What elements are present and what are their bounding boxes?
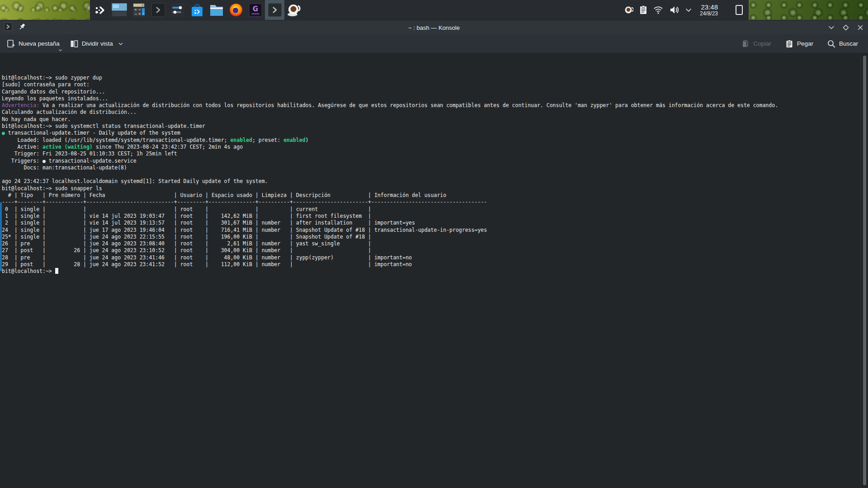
konsole-active-icon <box>268 3 282 17</box>
firefox-icon <box>229 3 243 17</box>
discover-task[interactable] <box>187 0 207 20</box>
new-tab-menu-arrow-icon <box>58 49 62 52</box>
konsole-task[interactable] <box>148 0 168 20</box>
svg-text:−: − <box>138 8 141 12</box>
terminal-line: # | Tipo | Pre número | Fecha | Usuario … <box>2 192 778 199</box>
new-tab-icon <box>6 39 15 48</box>
terminal-line: Advertencia: Va a realizar una actualiza… <box>2 102 778 109</box>
system-tray: 23:48 24/8/23 <box>624 4 749 16</box>
purple-g-app-icon: G <box>249 3 262 17</box>
system-settings-task[interactable] <box>168 0 187 20</box>
terminal-line: Docs: man:transactional-update(8) <box>2 164 778 171</box>
search-button[interactable]: Buscar <box>823 37 862 51</box>
coffee-cup-tray-icon[interactable] <box>624 5 633 14</box>
wallpaper-right <box>749 0 868 20</box>
terminal-line: bit@localhost:~> sudo systemctl status t… <box>2 123 778 130</box>
terminal-line: 28 | pre | | jue 24 ago 2023 23:41:46 | … <box>2 254 778 261</box>
svg-text:×: × <box>138 12 140 15</box>
terminal-line: [sudo] contraseña para root: <box>2 81 778 88</box>
terminal-line: 27 | post | 26 | jue 24 ago 2023 23:10:5… <box>2 247 778 254</box>
clock-date: 24/8/23 <box>700 11 718 17</box>
top-strip: + − → × = <box>0 0 868 20</box>
new-tab-button[interactable]: Nueva pestaña <box>3 37 63 51</box>
expand-chevron-icon[interactable] <box>685 6 692 14</box>
terminal-line: 1 | single | | vie 14 jul 2023 19:03:47 … <box>2 213 778 220</box>
svg-text:→: → <box>134 12 137 15</box>
terminal-line: No hay nada que hacer. <box>2 116 778 123</box>
terminal-line: Trigger: Fri 2023-08-25 01:10:33 CEST; 1… <box>2 150 778 157</box>
pin-icon[interactable] <box>18 23 26 31</box>
pager-icon <box>112 3 127 17</box>
discover-icon <box>190 3 204 17</box>
split-view-chevron-icon <box>118 42 123 46</box>
maximize-button[interactable] <box>841 23 851 33</box>
konsole-active-task[interactable] <box>265 0 284 20</box>
show-desktop-icon[interactable] <box>735 5 743 15</box>
split-view-button[interactable]: Dividir vista <box>66 37 127 51</box>
paste-label: Pegar <box>797 40 813 47</box>
scrollbar[interactable] <box>860 53 868 488</box>
volume-icon[interactable] <box>669 5 679 14</box>
terminal-text: bit@localhost:~> sudo zypper dup[sudo] c… <box>2 75 778 275</box>
terminal-line: 25* | single | | jue 24 ago 2023 22:15:5… <box>2 234 778 240</box>
paste-icon <box>785 39 794 48</box>
toolbar: Nueva pestaña Dividir vista <box>0 34 868 53</box>
copy-button[interactable]: Copiar <box>737 37 775 51</box>
dolphin-task[interactable] <box>207 0 226 20</box>
terminal-line: bit@localhost:~> <box>2 268 778 275</box>
titlebar[interactable]: ~ : bash — Konsole <box>0 20 868 35</box>
search-icon <box>827 39 836 48</box>
calculator-icon: + − → × = <box>132 3 146 17</box>
terminal-cursor <box>55 268 58 274</box>
terminal-view[interactable]: bit@localhost:~> sudo zypper dup[sudo] c… <box>0 53 868 488</box>
copy-icon <box>741 39 750 48</box>
dolphin-folder-icon <box>209 3 224 17</box>
wallpaper-left <box>0 0 90 20</box>
terminal-line: 26 | pre | | jue 24 ago 2023 23:08:40 | … <box>2 240 778 247</box>
terminal-line: Loaded: loaded (/usr/lib/systemd/system/… <box>2 137 778 144</box>
close-button[interactable] <box>855 23 865 33</box>
window-app-icon <box>4 22 13 31</box>
clock-widget[interactable]: 23:48 24/8/23 <box>700 4 718 16</box>
terminal-line: ago 24 23:42:37 localhost.localdomain sy… <box>2 178 778 185</box>
copy-label: Copiar <box>753 40 771 47</box>
minimize-button[interactable] <box>826 23 836 33</box>
clock-time: 23:48 <box>700 4 718 11</box>
desktop: + − → × = <box>0 0 868 488</box>
split-view-icon <box>70 39 79 48</box>
pager-widget[interactable] <box>109 0 129 20</box>
coffee-cup-icon <box>287 3 302 17</box>
terminal-line <box>2 171 778 178</box>
paste-button[interactable]: Pegar <box>781 37 817 51</box>
terminal-line: Triggers: ● transactional-update.service <box>2 158 778 164</box>
terminal-line: 0 | single | | | root | | | current | <box>2 206 778 213</box>
terminal-line: Active: active (waiting) since Thu 2023-… <box>2 144 778 150</box>
coffee-app-task[interactable] <box>284 0 304 20</box>
terminal-line: 29 | post | 28 | jue 24 ago 2023 23:41:5… <box>2 261 778 268</box>
split-view-label: Dividir vista <box>82 40 113 47</box>
terminal-line: ● transactional-update.timer - Daily upd… <box>2 130 778 136</box>
terminal-line: ----+--------+------------+-------------… <box>2 199 778 206</box>
firefox-task[interactable] <box>226 0 245 20</box>
wifi-icon[interactable] <box>653 5 663 14</box>
new-tab-label: Nueva pestaña <box>19 40 60 47</box>
scrollbar-thumb[interactable] <box>863 56 866 485</box>
terminal-line: Leyendo los paquetes instalados... <box>2 95 778 102</box>
konsole-window: ~ : bash — Konsole <box>0 20 868 488</box>
app-launcher-icon <box>94 4 106 16</box>
top-panel: + − → × = <box>90 0 749 20</box>
terminal-line: bit@localhost:~> sudo zypper dup <box>2 75 778 81</box>
svg-text:G: G <box>252 5 258 13</box>
konsole-icon <box>151 3 165 17</box>
svg-text:=: = <box>142 12 144 15</box>
terminal-line: Calculando actualización de distribución… <box>2 109 778 116</box>
purple-g-app-task[interactable]: G <box>245 0 265 20</box>
terminal-line: Cargando datos del repositorio... <box>2 89 778 95</box>
clipboard-icon[interactable] <box>639 5 647 14</box>
terminal-line: 24 | single | | jue 17 ago 2023 19:46:04… <box>2 227 778 234</box>
app-launcher-button[interactable] <box>90 0 109 20</box>
calculator-task[interactable]: + − → × = <box>129 0 148 20</box>
terminal-line: 2 | single | | vie 14 jul 2023 19:13:57 … <box>2 220 778 226</box>
terminal-line: bit@localhost:~> sudo snapper ls <box>2 185 778 192</box>
search-label: Buscar <box>839 40 858 47</box>
